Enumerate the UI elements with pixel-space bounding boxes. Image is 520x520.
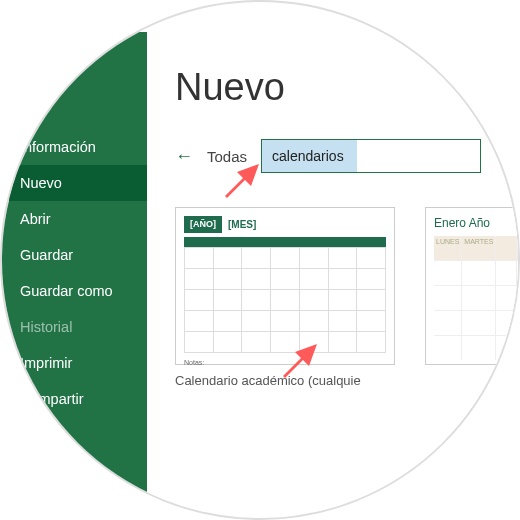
template-search-input[interactable] [261, 139, 481, 173]
sidebar: Información Nuevo Abrir Guardar Guardar … [0, 32, 147, 512]
notes-label: Notas: [184, 359, 386, 366]
template-thumbnail[interactable]: Enero Año LUNESMARTES [425, 207, 520, 365]
month-tag: [MES] [226, 216, 258, 233]
calendar-grid [184, 247, 386, 353]
year-tag: [AÑO] [184, 216, 222, 233]
template-gallery: [AÑO] [MES] Notas: Calenda [175, 207, 520, 388]
sidebar-item-informacion[interactable]: Información [0, 129, 147, 165]
sidebar-item-compartir[interactable]: Compartir [0, 381, 147, 417]
back-button[interactable] [12, 67, 56, 111]
sidebar-item-imprimir[interactable]: Imprimir [0, 345, 147, 381]
filter-label[interactable]: Todas [207, 148, 247, 165]
page-title: Nuevo [175, 66, 520, 109]
thumb-title: Enero Año [434, 216, 520, 230]
sidebar-item-abrir[interactable]: Abrir [0, 201, 147, 237]
template-item[interactable]: Enero Año LUNESMARTES [425, 207, 520, 388]
calendar-grid: LUNESMARTES [434, 236, 520, 360]
sidebar-item-nuevo[interactable]: Nuevo [0, 165, 147, 201]
search-back-icon[interactable]: ← [175, 146, 193, 167]
template-item[interactable]: [AÑO] [MES] Notas: Calenda [175, 207, 395, 388]
search-row: ← Todas [175, 139, 520, 173]
sidebar-item-guardar[interactable]: Guardar [0, 237, 147, 273]
sidebar-item-historial[interactable]: Historial [0, 309, 147, 345]
sidebar-item-guardar-como[interactable]: Guardar como [0, 273, 147, 309]
excel-backstage: Información Nuevo Abrir Guardar Guardar … [0, 32, 520, 512]
back-arrow-icon [23, 78, 45, 100]
main-panel: Nuevo ← Todas [AÑO] [MES] [147, 32, 520, 512]
template-caption: Calendario académico (cualquie [175, 373, 395, 388]
template-thumbnail[interactable]: [AÑO] [MES] Notas: [175, 207, 395, 365]
